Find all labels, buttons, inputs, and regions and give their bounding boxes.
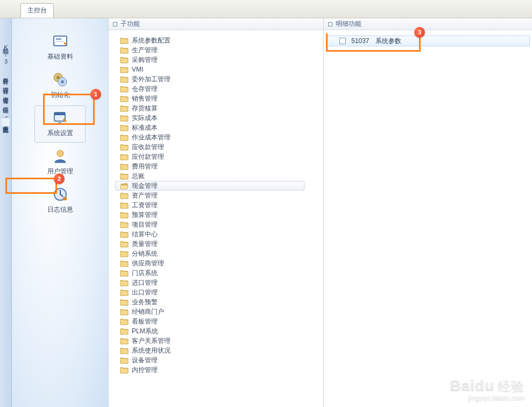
- folder-icon: [120, 357, 129, 364]
- tree-item[interactable]: 设备管理: [115, 355, 317, 365]
- vertical-tab[interactable]: 资金管理: [2, 89, 10, 97]
- vertical-tab[interactable]: 系统设置: [2, 117, 10, 127]
- vertical-tab[interactable]: 成本管理: [2, 108, 10, 116]
- tree-item-label: 出口管理: [132, 288, 158, 297]
- nav-item-label: 初始化: [51, 91, 70, 99]
- tree-item[interactable]: 仓存管理: [115, 84, 317, 94]
- folder-icon: [120, 153, 129, 160]
- tree-item[interactable]: PLM系统: [115, 326, 317, 336]
- tree-item-label: VMI: [132, 66, 143, 73]
- folder-icon: [120, 115, 129, 122]
- tree-item-label: 进口管理: [132, 278, 158, 287]
- square-icon: [113, 22, 117, 26]
- tree-item[interactable]: 工资管理: [115, 200, 317, 210]
- svg-point-5: [56, 76, 60, 79]
- tree-item[interactable]: VMI: [115, 65, 317, 74]
- folder-icon: [120, 86, 129, 93]
- folder-icon: [120, 105, 129, 112]
- folder-icon: [120, 124, 129, 131]
- subfunction-header-label: 子功能: [120, 19, 140, 29]
- tree-item-label: 门店系统: [132, 269, 158, 278]
- tree-item[interactable]: 结算中心: [115, 229, 317, 239]
- svg-rect-1: [56, 38, 61, 40]
- tree-item[interactable]: 客户关系管理: [115, 336, 317, 346]
- detail-item-code: 51037: [351, 37, 369, 45]
- tree-item[interactable]: 进口管理: [115, 278, 317, 287]
- tree-item-label: 看板管理: [132, 317, 158, 326]
- doc-icon: [339, 38, 346, 44]
- folder-icon: [120, 367, 129, 374]
- tree-item[interactable]: 应付款管理: [115, 152, 317, 162]
- folder-icon: [120, 76, 129, 83]
- detail-item[interactable]: 51037系统参数: [326, 36, 530, 46]
- tree-item[interactable]: 预算管理: [115, 210, 317, 220]
- tree-item-label: 总账: [132, 172, 145, 181]
- vertical-tab[interactable]: 我的K/3: [2, 40, 10, 68]
- tree-item[interactable]: 系统使用状况: [115, 346, 317, 355]
- tree-item-label: 费用管理: [132, 162, 158, 171]
- folder-icon: [120, 318, 129, 325]
- tree-item[interactable]: 供应商管理: [115, 258, 317, 268]
- svg-point-10: [57, 150, 63, 157]
- subfunction-column: 子功能 2 系统参数配置生产管理采购管理VMI委外加工管理仓存管理销售管理存货核…: [109, 18, 324, 407]
- tree-item-label: 经销商门户: [132, 307, 164, 317]
- tree-item[interactable]: 资产管理: [115, 191, 317, 200]
- tree-item[interactable]: 质量管理: [115, 239, 317, 249]
- tree-item-label: 现金管理: [132, 181, 158, 191]
- subfunction-tree[interactable]: 2 系统参数配置生产管理采购管理VMI委外加工管理仓存管理销售管理存货核算实际成…: [109, 30, 323, 407]
- vertical-tab[interactable]: 管理会计: [2, 79, 10, 88]
- tree-item[interactable]: 生产管理: [115, 45, 317, 55]
- tree-item-label: 分销系统: [132, 249, 158, 258]
- tree-item-label: 工资管理: [132, 201, 158, 210]
- tree-item[interactable]: 委外加工管理: [115, 74, 317, 84]
- tree-item-label: 系统参数配置: [132, 36, 171, 45]
- tree-item[interactable]: 现金管理: [115, 181, 304, 191]
- tab-main-console[interactable]: 主控台: [20, 3, 54, 18]
- nav-item[interactable]: 系统设置: [34, 106, 86, 143]
- tree-item[interactable]: 项目管理: [115, 220, 317, 229]
- tree-item[interactable]: 业务预警: [115, 297, 317, 307]
- folder-icon: [120, 47, 129, 54]
- nav-item-label: 日志信息: [47, 206, 73, 213]
- tree-item[interactable]: 内控管理: [115, 365, 317, 375]
- tree-item-label: 销售管理: [132, 94, 158, 103]
- tree-item-label: PLM系统: [132, 327, 158, 336]
- tree-item[interactable]: 出口管理: [115, 287, 317, 297]
- tree-item-label: 仓存管理: [132, 85, 158, 94]
- tree-item[interactable]: 实际成本: [115, 113, 317, 123]
- tree-item-label: 标准成本: [132, 123, 158, 132]
- svg-point-6: [61, 80, 64, 83]
- folder-icon: [120, 212, 129, 219]
- folder-icon: [120, 173, 129, 180]
- vertical-tab[interactable]: 财务会计: [2, 69, 10, 78]
- folder-icon: [120, 37, 129, 44]
- app-body: 我的K/3财务会计管理会计资金管理供应链成本管理系统设置 1 基础资料初始化系统…: [0, 18, 532, 407]
- folder-icon: [120, 250, 129, 257]
- nav-item[interactable]: 日志信息: [34, 182, 86, 219]
- tree-item[interactable]: 经销商门户: [115, 307, 317, 317]
- tree-item[interactable]: 作业成本管理: [115, 132, 317, 142]
- tree-item-label: 资产管理: [132, 191, 158, 200]
- tree-item[interactable]: 标准成本: [115, 123, 317, 132]
- tree-item[interactable]: 采购管理: [115, 55, 317, 65]
- tree-item[interactable]: 费用管理: [115, 162, 317, 171]
- tree-item[interactable]: 存货核算: [115, 103, 317, 113]
- tree-item[interactable]: 系统参数配置: [115, 36, 317, 45]
- folder-icon: [120, 260, 129, 267]
- tree-item[interactable]: 分销系统: [115, 249, 317, 258]
- nav-item[interactable]: 基础资料: [34, 29, 86, 66]
- tree-item-label: 客户关系管理: [132, 336, 171, 346]
- folder-icon: [120, 328, 129, 335]
- tree-item-label: 存货核算: [132, 104, 158, 113]
- tree-item[interactable]: 看板管理: [115, 317, 317, 326]
- tree-item[interactable]: 销售管理: [115, 94, 317, 103]
- nav-item[interactable]: 初始化: [34, 67, 86, 104]
- tree-item-label: 设备管理: [132, 356, 158, 365]
- tree-item-label: 实际成本: [132, 114, 158, 123]
- folder-icon: [120, 202, 129, 209]
- tree-item[interactable]: 应收款管理: [115, 142, 317, 152]
- tree-item-label: 供应商管理: [132, 259, 164, 268]
- vertical-tab[interactable]: 供应链: [2, 99, 10, 107]
- tree-item[interactable]: 总账: [115, 171, 317, 181]
- tree-item[interactable]: 门店系统: [115, 268, 317, 278]
